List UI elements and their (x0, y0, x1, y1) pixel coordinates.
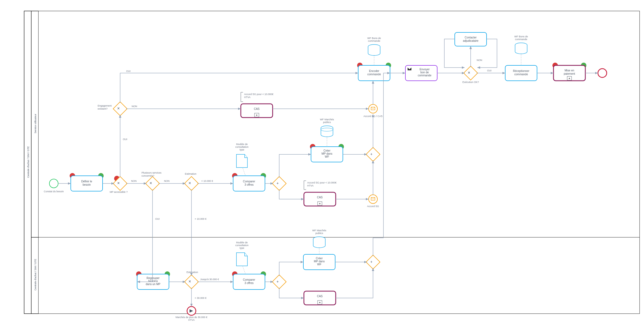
lane1-label: Service utilisateur (34, 114, 37, 133)
svg-text:< 10.000 €: < 10.000 € (201, 180, 213, 182)
svg-text:Exécution OK?: Exécution OK? (462, 81, 479, 83)
svg-text:Comparer3 offres: Comparer3 offres (243, 180, 255, 186)
svg-text:NON: NON (477, 59, 482, 62)
lane2-label: Centrale d'achat / SIM / GTE (34, 259, 37, 291)
svg-text:> 10.000 €: > 10.000 € (195, 218, 207, 220)
svg-text:Mise enpaiement: Mise enpaiement (564, 69, 575, 75)
svg-text:×: × (468, 70, 470, 75)
svg-text:×: × (188, 279, 191, 284)
svg-text:+: + (370, 152, 372, 156)
svg-text:Accord SG: Accord SG (367, 205, 379, 208)
svg-text:+: + (569, 77, 570, 80)
svg-text:NON: NON (132, 105, 137, 108)
svg-text:WF Marchéspublics: WF Marchéspublics (320, 118, 334, 124)
svg-text:> 30.000 €: > 30.000 € (195, 297, 207, 299)
svg-text:×: × (188, 181, 191, 185)
svg-text:Encodercommande: Encodercommande (367, 69, 381, 76)
end-event[interactable] (598, 69, 607, 77)
svg-text:Accord SG pour < 10.000€HTVA: Accord SG pour < 10.000€HTVA (307, 181, 337, 187)
svg-text:WF Marchéspublics: WF Marchéspublics (312, 229, 326, 235)
gw-engagement[interactable] (113, 102, 127, 116)
gw-merge2[interactable] (366, 255, 380, 269)
svg-text:+: + (319, 301, 321, 304)
svg-text:Contacteradjudicataire: Contacteradjudicataire (463, 36, 479, 42)
gw-merge1[interactable] (366, 147, 380, 162)
svg-text:×: × (117, 181, 120, 185)
svg-text:Modèle deconsultationtype: Modèle deconsultationtype (235, 143, 248, 151)
svg-text:Accord SG pour < 10.000€HTVA: Accord SG pour < 10.000€HTVA (244, 93, 273, 99)
svg-text:OUI: OUI (155, 218, 160, 220)
gw-split1[interactable] (272, 177, 286, 191)
svg-text:Comparer3 offres: Comparer3 offres (243, 278, 255, 285)
svg-text:WF Bons decommande: WF Bons decommande (514, 35, 528, 41)
svg-text:Jusqu'à 30.000 €: Jusqu'à 30.000 € (200, 278, 219, 281)
svg-text:Engagementexistant?: Engagementexistant? (98, 104, 112, 110)
svg-text:MP accessible ?: MP accessible ? (110, 191, 128, 193)
start-label: Constat du besoin (44, 190, 64, 193)
gw-split2[interactable] (272, 275, 286, 289)
gw-estimation1[interactable] (185, 177, 199, 191)
svg-text:Plusieurs servicesconcernés?: Plusieurs servicesconcernés? (142, 171, 162, 177)
svg-text:WF Bons decommande: WF Bons decommande (367, 37, 381, 42)
svg-text:×: × (149, 181, 152, 185)
svg-text:OUI: OUI (126, 70, 131, 73)
svg-text:×: × (117, 106, 120, 111)
pool-label: Centrale d'achat / SIM / GTE (27, 146, 30, 178)
bpmn-diagram: Centrale d'achat / SIM / GTE Service uti… (0, 0, 644, 323)
svg-text:Estimation: Estimation (187, 271, 198, 274)
svg-text:Réceptionnercommande: Réceptionnercommande (513, 69, 529, 76)
svg-text:+: + (276, 279, 279, 284)
svg-text:CAS: CAS (317, 295, 323, 298)
svg-text:CAS: CAS (317, 196, 323, 199)
svg-text:Estimation: Estimation (185, 172, 196, 175)
svg-text:NON: NON (131, 180, 137, 182)
start-event[interactable] (49, 179, 58, 188)
gw-estimation2[interactable] (185, 275, 199, 289)
svg-text:Modèle deconsultationtype: Modèle deconsultationtype (235, 241, 248, 249)
svg-text:NON: NON (164, 180, 170, 182)
svg-text:+: + (276, 181, 279, 185)
svg-text:OUI: OUI (487, 69, 492, 72)
gw-exec[interactable] (464, 66, 478, 80)
svg-text:CAS: CAS (254, 107, 260, 110)
svg-text:+: + (370, 260, 372, 264)
svg-text:OUI: OUI (123, 138, 127, 141)
svg-text:+: + (256, 113, 258, 117)
svg-text:+: + (319, 202, 321, 205)
gw-services[interactable] (146, 177, 160, 191)
svg-text:Définir lebesoin: Définir lebesoin (81, 180, 92, 186)
svg-text:Marchés de plus de 30.000 €HTV: Marchés de plus de 30.000 €HTVA (176, 316, 207, 321)
